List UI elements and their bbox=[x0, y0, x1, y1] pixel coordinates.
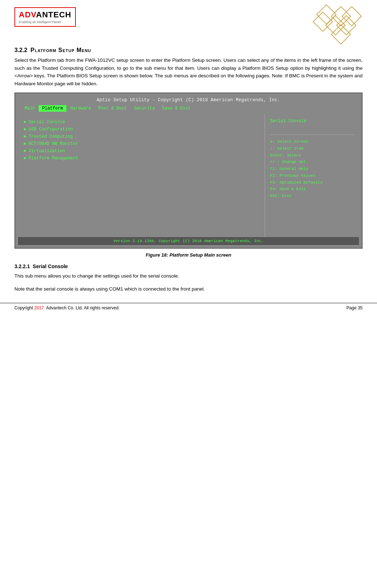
bios-divider bbox=[270, 134, 354, 135]
bios-left-panel: ► Serial Console ► USB Configuration ► T… bbox=[18, 114, 265, 237]
bios-entry-trusted-computing[interactable]: ► Trusted Computing bbox=[24, 133, 259, 140]
footer-page-number: Page 35 bbox=[346, 305, 363, 310]
bios-right-panel: Serial Console ⇄: Select Screen ↕: Selec… bbox=[265, 114, 359, 237]
bios-menu-saveexit[interactable]: Save & Exit bbox=[159, 105, 194, 112]
body-text-intro: Select the Platform tab from the FWA-101… bbox=[14, 56, 363, 87]
bios-entry-serial-console[interactable]: ► Serial Console bbox=[24, 119, 259, 126]
key-help-f1: F1: General Help bbox=[270, 166, 354, 172]
bios-entry-usb-config[interactable]: ► USB Configuration bbox=[24, 126, 259, 133]
logo-box: ADVANTECH Enabling an Intelligent Planet bbox=[14, 7, 76, 27]
bios-footer: Version 2.19.1266. Copyright (C) 2018 Am… bbox=[18, 237, 359, 245]
section-heading: 3.2.2 Platform Setup Menu bbox=[14, 47, 363, 53]
arrow-icon: ► bbox=[24, 141, 26, 146]
figure-caption: Figure 18: Platform Setup Main screen bbox=[14, 252, 363, 258]
key-help-f3: F3: Optimized Defaults bbox=[270, 179, 354, 186]
logo-tagline: Enabling an Intelligent Planet bbox=[19, 20, 72, 24]
bios-right-description: Serial Console bbox=[270, 119, 354, 124]
bios-entry-platform-mgmt[interactable]: ► Platform Management bbox=[24, 155, 259, 162]
decorative-diamonds bbox=[312, 7, 363, 43]
bios-entry-virtualization[interactable]: ► Virtualization bbox=[24, 147, 259, 155]
subsection-text-2: Note that the serial console is always u… bbox=[14, 285, 363, 293]
footer-year: 2017 bbox=[34, 305, 44, 310]
bios-entry-nct7904d[interactable]: ► NCT7904D HW Monitor bbox=[24, 140, 259, 147]
bios-menu-main[interactable]: Main bbox=[21, 105, 39, 112]
arrow-icon: ► bbox=[24, 134, 26, 139]
bios-menu-platform[interactable]: Platform bbox=[39, 105, 67, 112]
page-header: ADVANTECH Enabling an Intelligent Planet bbox=[14, 7, 363, 43]
bios-menu-bar: Main Platform Hardware Post & Boot Secur… bbox=[18, 104, 359, 113]
bios-key-help: ⇄: Select Screen ↕: Select Item Enter: S… bbox=[270, 138, 354, 199]
key-help-select-screen: ⇄: Select Screen bbox=[270, 138, 354, 145]
bios-menu-hardware[interactable]: Hardware bbox=[66, 105, 95, 112]
arrow-icon: ► bbox=[24, 120, 26, 125]
key-help-esc: ESC: Exit bbox=[270, 193, 354, 199]
key-help-select-item: ↕: Select Item bbox=[270, 145, 354, 152]
page-footer: Copyright 2017 Advantech Co. Ltd. All ri… bbox=[0, 303, 377, 313]
arrow-icon: ► bbox=[24, 127, 26, 132]
bios-content-area: ► Serial Console ► USB Configuration ► T… bbox=[18, 114, 359, 237]
logo-area: ADVANTECH Enabling an Intelligent Planet bbox=[14, 7, 76, 27]
arrow-icon: ► bbox=[24, 149, 26, 154]
bios-screenshot: Aptio Setup Utility - Copyright (C) 2018… bbox=[14, 93, 363, 249]
footer-copyright: Copyright 2017 Advantech Co. Ltd. All ri… bbox=[14, 305, 120, 310]
bios-menu-postboot[interactable]: Post & Boot bbox=[95, 105, 130, 112]
key-help-change-opt: +/-: Change Opt. bbox=[270, 159, 354, 166]
key-help-f2: F2: Previous Values bbox=[270, 172, 354, 179]
subsection-text-1: This sub menu allows you to change the s… bbox=[14, 272, 363, 280]
bios-menu-security[interactable]: Security bbox=[130, 105, 159, 112]
bios-title-bar: Aptio Setup Utility - Copyright (C) 2018… bbox=[18, 96, 359, 104]
key-help-enter: Enter: Select bbox=[270, 152, 354, 159]
subsection-heading: 3.2.2.1 Serial Console bbox=[14, 263, 363, 269]
logo-text: ADVANTECH bbox=[19, 10, 72, 19]
arrow-icon: ► bbox=[24, 156, 26, 161]
key-help-f4: F4: Save & Exit bbox=[270, 186, 354, 193]
